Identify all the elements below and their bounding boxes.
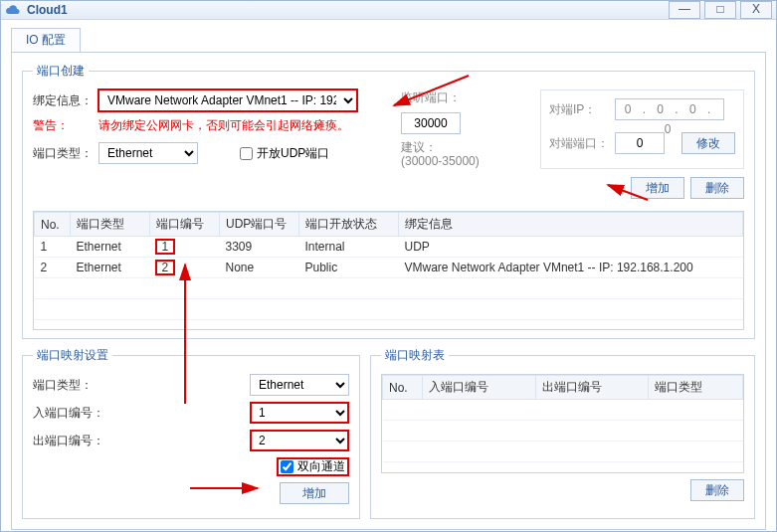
port-map-table-legend: 端口映射表 bbox=[381, 347, 449, 364]
mcol-in: 入端口编号 bbox=[423, 376, 536, 400]
col-no: No. bbox=[35, 213, 71, 237]
map-out-label: 出端口编号： bbox=[33, 433, 112, 449]
maximize-button[interactable]: □ bbox=[704, 1, 736, 19]
close-button[interactable]: X bbox=[740, 1, 772, 19]
warn-label: 警告： bbox=[33, 117, 93, 134]
port-map-set-legend: 端口映射设置 bbox=[33, 347, 112, 364]
col-udp: UDP端口号 bbox=[220, 213, 299, 237]
map-table-wrap: No. 入端口编号 出端口编号 端口类型 bbox=[381, 374, 744, 473]
col-num: 端口编号 bbox=[150, 213, 220, 237]
map-type-select[interactable]: Ethernet bbox=[250, 374, 349, 396]
listen-port-label: 监听端口： bbox=[401, 89, 461, 106]
modify-button[interactable]: 修改 bbox=[681, 132, 735, 154]
open-udp-label: 开放UDP端口 bbox=[257, 145, 329, 162]
mcol-no: No. bbox=[383, 376, 423, 400]
map-out-select[interactable]: 2 bbox=[250, 430, 349, 451]
map-delete-button[interactable]: 删除 bbox=[690, 479, 744, 501]
window-title: Cloud1 bbox=[27, 3, 665, 17]
warn-text: 请勿绑定公网网卡，否则可能会引起网络瘫痪。 bbox=[98, 117, 349, 134]
map-add-button[interactable]: 增加 bbox=[280, 482, 349, 504]
add-port-button[interactable]: 增加 bbox=[631, 177, 684, 199]
port-map-set-group: 端口映射设置 端口类型： Ethernet 入端口编号： 1 出端口编号： bbox=[22, 347, 360, 519]
mcol-out: 出端口编号 bbox=[535, 376, 649, 400]
map-type-label: 端口类型： bbox=[33, 377, 112, 394]
col-state: 端口开放状态 bbox=[299, 213, 399, 237]
listen-port-input[interactable] bbox=[401, 112, 461, 134]
port-type-select[interactable]: Ethernet bbox=[98, 142, 198, 164]
open-udp-checkbox[interactable]: 开放UDP端口 bbox=[240, 145, 329, 162]
tabbar: IO 配置 bbox=[11, 28, 766, 52]
bind-info-select[interactable]: VMware Network Adapter VMnet1 -- IP: 192… bbox=[98, 89, 357, 111]
minimize-button[interactable]: — bbox=[669, 1, 700, 19]
peer-port-input[interactable] bbox=[615, 132, 665, 154]
window: Cloud1 — □ X IO 配置 端口创建 绑定信息： VMware Net… bbox=[0, 0, 777, 532]
port-num-1: 1 bbox=[156, 240, 175, 254]
port-create-group: 端口创建 绑定信息： VMware Network Adapter VMnet1… bbox=[22, 63, 755, 339]
map-in-select[interactable]: 1 bbox=[250, 402, 349, 424]
bidir-checkbox[interactable]: 双向通道 bbox=[277, 457, 349, 476]
content-area: IO 配置 端口创建 绑定信息： VMware Network Adapter … bbox=[1, 20, 776, 532]
peer-ip-label: 对端IP： bbox=[549, 101, 609, 118]
port-table: No. 端口类型 端口编号 UDP端口号 端口开放状态 绑定信息 1 Ether… bbox=[34, 212, 743, 330]
cloud-icon bbox=[5, 2, 21, 18]
open-udp-check-input[interactable] bbox=[240, 147, 253, 160]
peer-port-label: 对端端口： bbox=[549, 135, 609, 152]
port-type-label: 端口类型： bbox=[33, 145, 93, 162]
col-bind: 绑定信息 bbox=[399, 213, 743, 237]
listen-suggest: 建议： (30000-35000) bbox=[401, 140, 520, 168]
table-row[interactable]: 2 Ethernet 2 None Public VMware Network … bbox=[35, 258, 743, 278]
tab-io-config[interactable]: IO 配置 bbox=[11, 28, 81, 52]
tab-panel: 端口创建 绑定信息： VMware Network Adapter VMnet1… bbox=[11, 52, 766, 530]
table-row[interactable]: 1 Ethernet 1 3309 Internal UDP bbox=[35, 237, 743, 258]
mcol-type: 端口类型 bbox=[649, 376, 743, 400]
port-table-wrap: No. 端口类型 端口编号 UDP端口号 端口开放状态 绑定信息 1 Ether… bbox=[33, 211, 744, 330]
peer-ip-input[interactable]: 0 . 0 . 0 . 0 bbox=[615, 98, 724, 120]
bind-info-label: 绑定信息： bbox=[33, 92, 93, 109]
titlebar: Cloud1 — □ X bbox=[1, 1, 776, 20]
map-table: No. 入端口编号 出端口编号 端口类型 bbox=[382, 375, 743, 462]
bidir-label: 双向通道 bbox=[297, 458, 345, 475]
delete-port-button[interactable]: 删除 bbox=[690, 177, 744, 199]
port-create-legend: 端口创建 bbox=[33, 63, 89, 80]
port-map-table-group: 端口映射表 No. 入端口编号 出端口编号 端口类型 bbox=[370, 347, 755, 519]
col-type: 端口类型 bbox=[71, 213, 150, 237]
port-num-2: 2 bbox=[156, 261, 175, 274]
bidir-check-input[interactable] bbox=[281, 460, 293, 473]
map-in-label: 入端口编号： bbox=[33, 405, 112, 422]
